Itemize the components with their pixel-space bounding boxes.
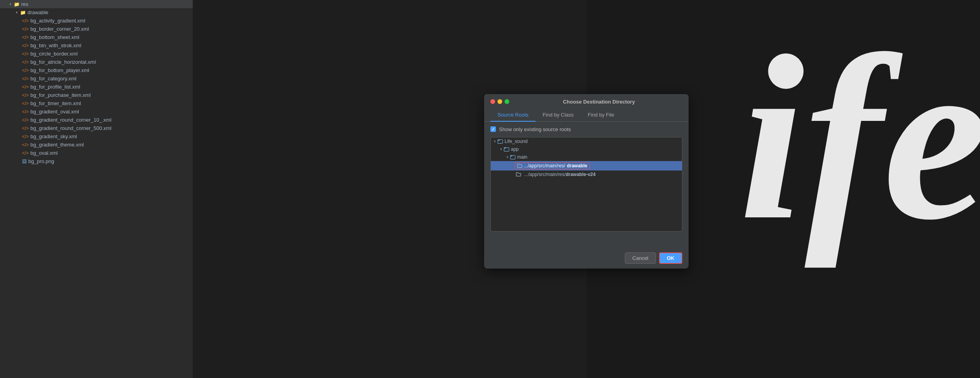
sidebar-item-file[interactable]: </> bg_bottom_sheet.xml <box>0 33 193 41</box>
dialog-tabs: Source Roots Find by Class Find by File <box>484 109 689 122</box>
traffic-lights <box>490 99 509 104</box>
modal-overlay: Choose Destination Directory Source Root… <box>193 0 980 378</box>
maximize-button[interactable] <box>505 99 509 104</box>
xml-icon: </> <box>22 35 29 40</box>
chevron-icon: ▾ <box>494 139 496 143</box>
sidebar-item-file[interactable]: </> bg_for_category.xml <box>0 74 193 83</box>
tab-find-by-file[interactable]: Find by File <box>581 109 621 122</box>
sidebar-item-label: bg_btn_with_strok.xml <box>30 43 81 48</box>
xml-icon: </> <box>22 150 29 156</box>
xml-icon: </> <box>22 142 29 148</box>
xml-icon: </> <box>22 117 29 123</box>
close-button[interactable] <box>490 99 495 104</box>
xml-icon: </> <box>22 101 29 106</box>
sidebar-item-label: bg_gradient_oval.xml <box>30 109 79 115</box>
sidebar-item-file[interactable]: </> bg_for_profile_list.xml <box>0 83 193 91</box>
tree-item-label: main <box>517 154 527 160</box>
xml-icon: </> <box>22 43 29 48</box>
show-existing-checkbox-row[interactable]: Show only existing source roots <box>490 126 682 132</box>
sidebar-item-file[interactable]: </> bg_for_atricle_horizontal.xml <box>0 58 193 66</box>
chevron-icon: ▾ <box>500 147 502 151</box>
sidebar-item-label: bg_gradient_theme.xml <box>30 142 84 148</box>
sidebar-item-file[interactable]: </> bg_btn_with_strok.xml <box>0 41 193 50</box>
dialog-title: Choose Destination Directory <box>516 99 682 105</box>
xml-icon: </> <box>22 109 29 115</box>
xml-icon: </> <box>22 18 29 24</box>
sidebar-item-label: bg_gradient_sky.xml <box>30 133 77 139</box>
sidebar-item-label: bg_gradient_round_corner_500.xml <box>30 125 111 131</box>
cancel-button[interactable]: Cancel <box>625 252 656 264</box>
xml-icon: </> <box>22 26 29 32</box>
sidebar-item-file[interactable]: </> bg_border_corner_20.xml <box>0 25 193 33</box>
sidebar-item-label: bg_circle_border.xml <box>30 51 77 57</box>
folder-icon <box>517 163 522 168</box>
xml-icon: </> <box>22 51 29 57</box>
chevron-icon: ▾ <box>16 10 18 15</box>
sidebar-item-file[interactable]: </> bg_gradient_theme.xml <box>0 141 193 149</box>
sidebar-item-file[interactable]: </> bg_oval.xml <box>0 149 193 157</box>
tab-source-roots[interactable]: Source Roots <box>490 109 536 122</box>
module-icon <box>497 139 503 144</box>
sidebar-item-file[interactable]: </> bg_gradient_sky.xml <box>0 132 193 141</box>
sidebar-item-file[interactable]: </> bg_circle_border.xml <box>0 50 193 58</box>
folder-icon <box>516 172 521 177</box>
sidebar-item-file[interactable]: </> bg_for_purchase_item.xml <box>0 91 193 99</box>
svg-rect-3 <box>504 147 506 148</box>
selected-path-badge: .../app/src/main/res/drawable <box>514 162 590 169</box>
tab-find-by-class[interactable]: Find by Class <box>536 109 581 122</box>
sidebar-item-label: bg_for_atricle_horizontal.xml <box>30 59 96 65</box>
sidebar-item-file[interactable]: </> bg_for_timer_item.xml <box>0 99 193 107</box>
sidebar-item-label: bg_for_category.xml <box>30 76 76 82</box>
xml-icon: </> <box>22 126 29 131</box>
tree-item-drawable-v24[interactable]: .../app/src/main/res/drawable-v24 <box>491 170 682 178</box>
sidebar-item-res[interactable]: ▾ 📁 res <box>0 0 193 8</box>
sidebar-item-label: bg_for_bottom_player.xml <box>30 67 89 73</box>
module-icon <box>504 146 509 152</box>
xml-icon: </> <box>22 84 29 90</box>
svg-rect-1 <box>498 139 500 141</box>
modal-titlebar: Choose Destination Directory <box>484 94 689 108</box>
xml-icon: </> <box>22 68 29 73</box>
folder-icon: 📁 <box>14 2 20 7</box>
choose-destination-dialog: Choose Destination Directory Source Root… <box>484 94 689 269</box>
sidebar-item-file[interactable]: </> bg_gradient_round_corner_500.xml <box>0 124 193 132</box>
sidebar-item-file[interactable]: </> bg_gradient_oval.xml <box>0 107 193 116</box>
tree-item-label: .../app/src/main/res/drawable-v24 <box>524 172 595 177</box>
svg-rect-5 <box>510 155 512 156</box>
folder-icon: 📁 <box>20 10 26 15</box>
sidebar-item-label: bg_pro.png <box>28 158 54 164</box>
sidebar-item-label: bg_gradient_round_corner_10_.xml <box>30 117 111 123</box>
ok-button[interactable]: OK <box>659 252 683 264</box>
path-bold: drawable <box>567 163 587 169</box>
tree-item-app[interactable]: ▾ app <box>491 145 682 153</box>
sidebar-item-file[interactable]: </> bg_gradient_round_corner_10_.xml <box>0 116 193 124</box>
file-tree-sidebar: ▾ 📁 res ▾ 📁 drawable </> bg_activity_gra… <box>0 0 193 378</box>
xml-icon: </> <box>22 134 29 139</box>
tree-item-life-sound[interactable]: ▾ Life_sound <box>491 137 682 145</box>
image-icon: 🖼 <box>22 159 27 164</box>
dialog-content: Show only existing source roots ▾ Life_s… <box>484 122 689 248</box>
chevron-icon: ▾ <box>9 2 11 6</box>
chevron-icon: ▾ <box>507 155 508 159</box>
sidebar-item-label: bg_bottom_sheet.xml <box>30 34 79 40</box>
checkbox-label: Show only existing source roots <box>499 126 571 132</box>
sidebar-item-file[interactable]: </> bg_for_bottom_player.xml <box>0 66 193 74</box>
path-prefix: .../app/src/main/res/ <box>524 163 565 169</box>
minimize-button[interactable] <box>497 99 502 104</box>
show-existing-checkbox[interactable] <box>490 126 496 132</box>
sidebar-item-label: drawable <box>28 9 48 15</box>
sidebar-item-label: bg_for_profile_list.xml <box>30 84 80 90</box>
sidebar-item-label: bg_oval.xml <box>30 150 57 156</box>
xml-icon: </> <box>22 93 29 98</box>
sidebar-item-file[interactable]: 🖼 bg_pro.png <box>0 157 193 165</box>
sidebar-item-drawable[interactable]: ▾ 📁 drawable <box>0 8 193 17</box>
sidebar-item-label: res <box>21 1 28 7</box>
sidebar-item-label: bg_activity_gradient.xml <box>30 18 85 24</box>
tree-item-label: Life_sound <box>505 139 528 144</box>
sidebar-item-file[interactable]: </> bg_activity_gradient.xml <box>0 17 193 25</box>
tree-item-drawable[interactable]: .../app/src/main/res/drawable <box>491 161 682 170</box>
directory-tree: ▾ Life_sound ▾ app <box>490 137 682 232</box>
sidebar-item-label: bg_border_corner_20.xml <box>30 26 89 32</box>
tree-item-main[interactable]: ▾ main <box>491 153 682 161</box>
tree-item-label: app <box>511 146 519 152</box>
